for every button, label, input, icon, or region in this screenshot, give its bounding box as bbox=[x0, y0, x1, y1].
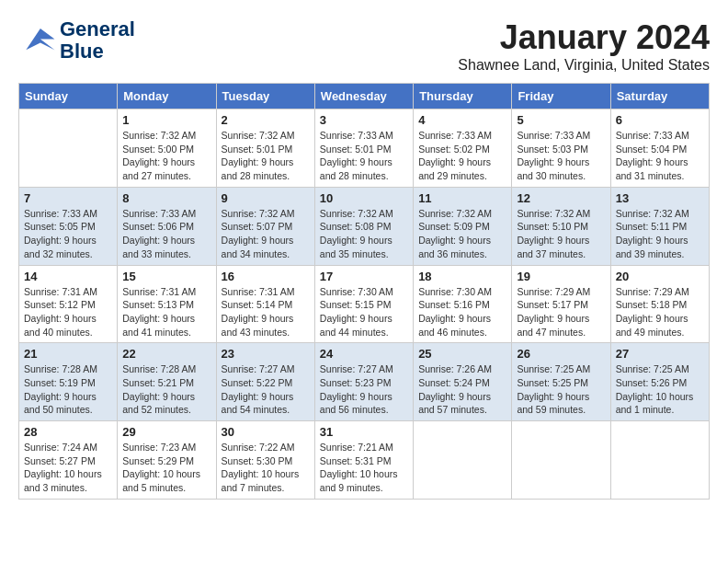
weekday-header-sunday: Sunday bbox=[19, 84, 118, 109]
day-number: 16 bbox=[222, 270, 310, 283]
day-number: 5 bbox=[517, 113, 605, 127]
day-number: 23 bbox=[222, 347, 310, 361]
calendar-cell: 11Sunrise: 7:32 AMSunset: 5:09 PMDayligh… bbox=[414, 187, 512, 265]
day-number: 14 bbox=[24, 270, 112, 283]
calendar-cell: 23Sunrise: 7:27 AMSunset: 5:22 PMDayligh… bbox=[216, 343, 314, 421]
calendar-header: SundayMondayTuesdayWednesdayThursdayFrid… bbox=[19, 84, 710, 109]
day-number: 11 bbox=[418, 191, 506, 205]
calendar-cell: 16Sunrise: 7:31 AMSunset: 5:14 PMDayligh… bbox=[216, 265, 314, 343]
calendar-week-row: 28Sunrise: 7:24 AMSunset: 5:27 PMDayligh… bbox=[19, 421, 710, 500]
calendar-cell: 24Sunrise: 7:27 AMSunset: 5:23 PMDayligh… bbox=[314, 343, 413, 421]
calendar-cell: 10Sunrise: 7:32 AMSunset: 5:08 PMDayligh… bbox=[314, 187, 413, 265]
calendar-cell: 26Sunrise: 7:25 AMSunset: 5:25 PMDayligh… bbox=[512, 343, 610, 421]
logo: General Blue bbox=[18, 18, 135, 63]
logo-text: General Blue bbox=[60, 18, 135, 63]
calendar-body: 1Sunrise: 7:32 AMSunset: 5:00 PMDaylight… bbox=[19, 109, 710, 500]
day-info: Sunrise: 7:33 AMSunset: 5:01 PMDaylight:… bbox=[320, 129, 408, 183]
day-info: Sunrise: 7:32 AMSunset: 5:08 PMDaylight:… bbox=[320, 207, 408, 261]
day-number: 25 bbox=[418, 347, 506, 361]
calendar-cell: 1Sunrise: 7:32 AMSunset: 5:00 PMDaylight… bbox=[118, 109, 216, 188]
calendar-cell: 21Sunrise: 7:28 AMSunset: 5:19 PMDayligh… bbox=[19, 343, 118, 421]
calendar-cell: 8Sunrise: 7:33 AMSunset: 5:06 PMDaylight… bbox=[118, 187, 216, 265]
day-number: 17 bbox=[320, 270, 408, 283]
day-info: Sunrise: 7:27 AMSunset: 5:23 PMDaylight:… bbox=[320, 362, 408, 417]
calendar-cell bbox=[19, 109, 118, 188]
calendar-cell: 17Sunrise: 7:30 AMSunset: 5:15 PMDayligh… bbox=[314, 265, 413, 343]
calendar-cell: 19Sunrise: 7:29 AMSunset: 5:17 PMDayligh… bbox=[512, 265, 610, 343]
calendar-table: SundayMondayTuesdayWednesdayThursdayFrid… bbox=[18, 83, 710, 500]
calendar-cell: 12Sunrise: 7:32 AMSunset: 5:10 PMDayligh… bbox=[512, 187, 610, 265]
day-info: Sunrise: 7:28 AMSunset: 5:19 PMDaylight:… bbox=[24, 362, 112, 417]
calendar-cell bbox=[610, 421, 709, 500]
day-info: Sunrise: 7:29 AMSunset: 5:18 PMDaylight:… bbox=[616, 285, 704, 339]
day-info: Sunrise: 7:28 AMSunset: 5:21 PMDaylight:… bbox=[122, 362, 210, 417]
calendar-cell: 13Sunrise: 7:32 AMSunset: 5:11 PMDayligh… bbox=[610, 187, 709, 265]
day-info: Sunrise: 7:24 AMSunset: 5:27 PMDaylight:… bbox=[24, 441, 112, 495]
calendar-cell: 22Sunrise: 7:28 AMSunset: 5:21 PMDayligh… bbox=[118, 343, 216, 421]
calendar-cell: 31Sunrise: 7:21 AMSunset: 5:31 PMDayligh… bbox=[314, 421, 413, 500]
calendar-cell: 3Sunrise: 7:33 AMSunset: 5:01 PMDaylight… bbox=[314, 109, 413, 188]
day-info: Sunrise: 7:33 AMSunset: 5:05 PMDaylight:… bbox=[24, 207, 112, 261]
day-number: 3 bbox=[320, 113, 408, 127]
calendar-week-row: 21Sunrise: 7:28 AMSunset: 5:19 PMDayligh… bbox=[19, 343, 710, 421]
calendar-cell: 18Sunrise: 7:30 AMSunset: 5:16 PMDayligh… bbox=[414, 265, 512, 343]
calendar-week-row: 14Sunrise: 7:31 AMSunset: 5:12 PMDayligh… bbox=[19, 265, 710, 343]
day-info: Sunrise: 7:32 AMSunset: 5:10 PMDaylight:… bbox=[517, 207, 605, 261]
day-info: Sunrise: 7:30 AMSunset: 5:15 PMDaylight:… bbox=[320, 285, 408, 339]
calendar-cell: 4Sunrise: 7:33 AMSunset: 5:02 PMDaylight… bbox=[414, 109, 512, 188]
calendar-cell: 9Sunrise: 7:32 AMSunset: 5:07 PMDaylight… bbox=[216, 187, 314, 265]
day-info: Sunrise: 7:32 AMSunset: 5:11 PMDaylight:… bbox=[616, 207, 704, 261]
calendar-cell bbox=[414, 421, 512, 500]
calendar-cell: 14Sunrise: 7:31 AMSunset: 5:12 PMDayligh… bbox=[19, 265, 118, 343]
day-number: 6 bbox=[616, 113, 704, 127]
weekday-header-friday: Friday bbox=[512, 84, 610, 109]
day-number: 18 bbox=[418, 270, 506, 283]
day-number: 20 bbox=[616, 270, 704, 283]
day-number: 19 bbox=[517, 270, 605, 283]
calendar-cell: 30Sunrise: 7:22 AMSunset: 5:30 PMDayligh… bbox=[216, 421, 314, 500]
weekday-header-monday: Monday bbox=[118, 84, 216, 109]
day-info: Sunrise: 7:33 AMSunset: 5:03 PMDaylight:… bbox=[517, 129, 605, 183]
day-info: Sunrise: 7:30 AMSunset: 5:16 PMDaylight:… bbox=[418, 285, 506, 339]
day-number: 12 bbox=[517, 191, 605, 205]
day-number: 22 bbox=[122, 347, 210, 361]
day-number: 21 bbox=[24, 347, 112, 361]
day-info: Sunrise: 7:29 AMSunset: 5:17 PMDaylight:… bbox=[517, 285, 605, 339]
day-number: 9 bbox=[222, 191, 310, 205]
calendar-cell: 27Sunrise: 7:25 AMSunset: 5:26 PMDayligh… bbox=[610, 343, 709, 421]
day-number: 8 bbox=[122, 191, 210, 205]
calendar-week-row: 1Sunrise: 7:32 AMSunset: 5:00 PMDaylight… bbox=[19, 109, 710, 188]
day-info: Sunrise: 7:33 AMSunset: 5:06 PMDaylight:… bbox=[122, 207, 210, 261]
day-info: Sunrise: 7:25 AMSunset: 5:26 PMDaylight:… bbox=[616, 362, 704, 417]
weekday-header-row: SundayMondayTuesdayWednesdayThursdayFrid… bbox=[19, 84, 710, 109]
day-info: Sunrise: 7:32 AMSunset: 5:09 PMDaylight:… bbox=[418, 207, 506, 261]
day-info: Sunrise: 7:33 AMSunset: 5:02 PMDaylight:… bbox=[418, 129, 506, 183]
calendar-cell: 29Sunrise: 7:23 AMSunset: 5:29 PMDayligh… bbox=[118, 421, 216, 500]
calendar-cell: 6Sunrise: 7:33 AMSunset: 5:04 PMDaylight… bbox=[610, 109, 709, 188]
calendar-cell: 25Sunrise: 7:26 AMSunset: 5:24 PMDayligh… bbox=[414, 343, 512, 421]
page-header: General Blue January 2024 Shawnee Land, … bbox=[18, 18, 710, 74]
weekday-header-thursday: Thursday bbox=[414, 84, 512, 109]
calendar-cell: 7Sunrise: 7:33 AMSunset: 5:05 PMDaylight… bbox=[19, 187, 118, 265]
day-number: 31 bbox=[320, 425, 408, 439]
day-info: Sunrise: 7:32 AMSunset: 5:00 PMDaylight:… bbox=[122, 129, 210, 183]
weekday-header-wednesday: Wednesday bbox=[314, 84, 413, 109]
month-title: January 2024 bbox=[458, 18, 710, 57]
day-number: 29 bbox=[122, 425, 210, 439]
day-number: 24 bbox=[320, 347, 408, 361]
day-info: Sunrise: 7:27 AMSunset: 5:22 PMDaylight:… bbox=[222, 362, 310, 417]
location-title: Shawnee Land, Virginia, United States bbox=[458, 57, 710, 74]
day-info: Sunrise: 7:31 AMSunset: 5:14 PMDaylight:… bbox=[222, 285, 310, 339]
day-info: Sunrise: 7:25 AMSunset: 5:25 PMDaylight:… bbox=[517, 362, 605, 417]
calendar-cell: 2Sunrise: 7:32 AMSunset: 5:01 PMDaylight… bbox=[216, 109, 314, 188]
day-number: 4 bbox=[418, 113, 506, 127]
day-info: Sunrise: 7:32 AMSunset: 5:07 PMDaylight:… bbox=[222, 207, 310, 261]
day-number: 27 bbox=[616, 347, 704, 361]
svg-marker-0 bbox=[26, 29, 54, 50]
calendar-cell: 20Sunrise: 7:29 AMSunset: 5:18 PMDayligh… bbox=[610, 265, 709, 343]
calendar-week-row: 7Sunrise: 7:33 AMSunset: 5:05 PMDaylight… bbox=[19, 187, 710, 265]
day-number: 1 bbox=[122, 113, 210, 127]
calendar-cell: 28Sunrise: 7:24 AMSunset: 5:27 PMDayligh… bbox=[19, 421, 118, 500]
calendar-cell: 5Sunrise: 7:33 AMSunset: 5:03 PMDaylight… bbox=[512, 109, 610, 188]
day-info: Sunrise: 7:21 AMSunset: 5:31 PMDaylight:… bbox=[320, 441, 408, 495]
